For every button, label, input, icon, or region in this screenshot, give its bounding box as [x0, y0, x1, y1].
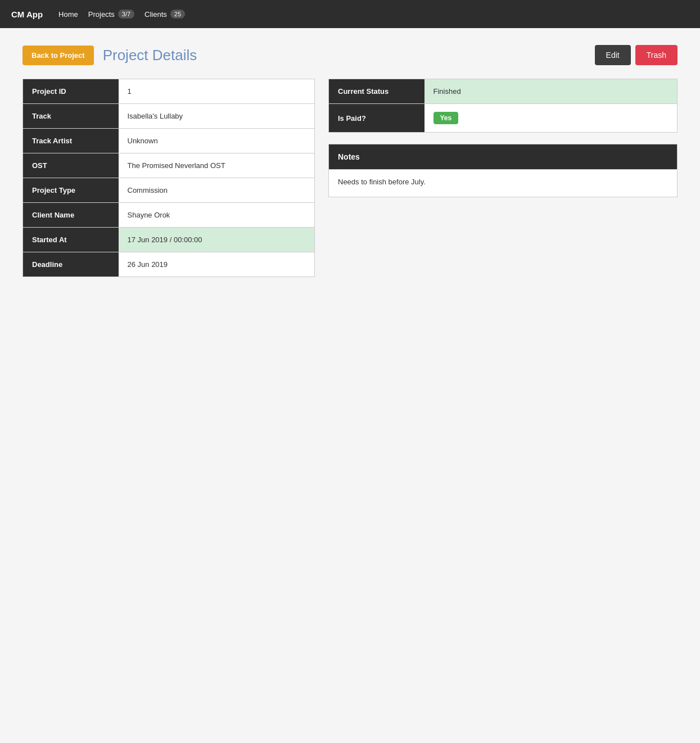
details-row: OSTThe Promised Neverland OST: [23, 153, 315, 178]
status-value: Finished: [424, 79, 678, 104]
trash-button[interactable]: Trash: [635, 45, 678, 65]
details-label: Track Artist: [23, 129, 119, 153]
app-name: CM App: [11, 10, 43, 19]
details-table: Project ID1TrackIsabella's LullabyTrack …: [22, 79, 315, 277]
details-label: Track: [23, 104, 119, 129]
navbar: CM App Home Projects 3/7 Clients 25: [0, 0, 700, 28]
nav-clients[interactable]: Clients: [144, 10, 167, 19]
details-value: The Promised Neverland OST: [119, 153, 315, 178]
details-value: 17 Jun 2019 / 00:00:00: [119, 228, 315, 252]
details-label: OST: [23, 153, 119, 178]
details-value: Isabella's Lullaby: [119, 104, 315, 129]
status-label: Current Status: [329, 79, 424, 104]
right-panel: Current StatusFinishedIs Paid?Yes Notes …: [328, 79, 678, 197]
nav-home[interactable]: Home: [58, 10, 78, 19]
status-row: Is Paid?Yes: [329, 104, 678, 133]
details-row: Deadline26 Jun 2019: [23, 252, 315, 277]
projects-badge: 3/7: [118, 10, 134, 19]
clients-badge: 25: [170, 10, 185, 19]
details-row: Project TypeCommission: [23, 178, 315, 203]
yes-badge: Yes: [433, 112, 459, 124]
details-label: Project ID: [23, 79, 119, 104]
top-bar-right: Edit Trash: [595, 45, 678, 65]
nav-clients-group[interactable]: Clients 25: [144, 10, 185, 19]
nav-projects-group[interactable]: Projects 3/7: [88, 10, 134, 19]
nav-projects[interactable]: Projects: [88, 10, 115, 19]
details-row: TrackIsabella's Lullaby: [23, 104, 315, 129]
details-row: Client NameShayne Orok: [23, 203, 315, 228]
page-title: Project Details: [103, 47, 197, 64]
details-value: Unknown: [119, 129, 315, 153]
details-value: 26 Jun 2019: [119, 252, 315, 277]
status-label: Is Paid?: [329, 104, 424, 133]
details-value: 1: [119, 79, 315, 104]
notes-body: Needs to finish before July.: [328, 169, 678, 197]
details-value: Shayne Orok: [119, 203, 315, 228]
details-label: Project Type: [23, 178, 119, 203]
top-bar: Back to Project Project Details Edit Tra…: [22, 45, 678, 65]
status-table: Current StatusFinishedIs Paid?Yes: [328, 79, 678, 133]
details-value: Commission: [119, 178, 315, 203]
details-label: Client Name: [23, 203, 119, 228]
page-content: Back to Project Project Details Edit Tra…: [0, 28, 700, 294]
edit-button[interactable]: Edit: [595, 45, 631, 65]
details-row: Track ArtistUnknown: [23, 129, 315, 153]
details-label: Started At: [23, 228, 119, 252]
top-bar-left: Back to Project Project Details: [22, 46, 197, 65]
details-row: Project ID1: [23, 79, 315, 104]
status-value: Yes: [424, 104, 678, 133]
back-to-project-button[interactable]: Back to Project: [22, 46, 94, 65]
status-row: Current StatusFinished: [329, 79, 678, 104]
notes-header: Notes: [328, 144, 678, 169]
details-label: Deadline: [23, 252, 119, 277]
main-layout: Project ID1TrackIsabella's LullabyTrack …: [22, 79, 678, 277]
details-row: Started At17 Jun 2019 / 00:00:00: [23, 228, 315, 252]
